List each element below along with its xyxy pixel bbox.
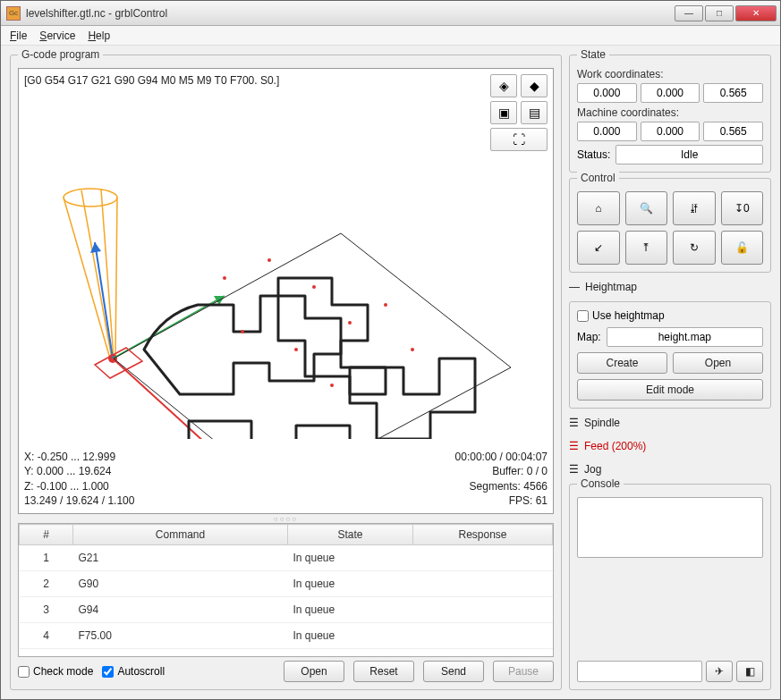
check-mode-checkbox[interactable]: Check mode <box>18 665 93 678</box>
svg-line-5 <box>95 242 113 358</box>
maximize-button[interactable]: □ <box>705 5 734 21</box>
unlock-icon: 🔓 <box>735 241 749 254</box>
heightmap-open-button[interactable]: Open <box>673 352 763 374</box>
z-probe-button[interactable]: 🔍 <box>625 191 668 225</box>
view-iso-solid-icon[interactable]: ◆ <box>521 74 548 97</box>
svg-point-17 <box>241 330 244 333</box>
control-group: Control ⌂ 🔍 ⭿ ↧0 ↙ ⤒ ↻ 🔓 <box>569 178 771 273</box>
toolpath-preview <box>28 99 529 439</box>
gcode-title: G-code program <box>18 48 103 61</box>
svg-point-20 <box>330 384 334 387</box>
heightmap-edit-button[interactable]: Edit mode <box>577 379 763 401</box>
machine-y: 0.000 <box>641 122 700 141</box>
svg-point-19 <box>411 348 414 351</box>
work-y: 0.000 <box>641 83 700 103</box>
splitter-handle[interactable]: ○○○○ <box>18 514 554 523</box>
zero-z-button[interactable]: ↧0 <box>721 191 764 225</box>
safe-z-button[interactable]: ⤒ <box>625 231 668 265</box>
console-group: Console ✈ ◧ <box>569 484 771 690</box>
gcode-viewport[interactable]: [G0 G54 G17 G21 G90 G94 M0 M5 M9 T0 F700… <box>18 68 554 514</box>
svg-point-14 <box>312 285 316 289</box>
console-input[interactable] <box>577 661 702 682</box>
app-window: Gc levelshifter.gtl.nc - grblControl — □… <box>0 0 781 700</box>
console-clear-button[interactable]: ◧ <box>736 661 763 682</box>
console-send-button[interactable]: ✈ <box>706 661 733 682</box>
control-title: Control <box>577 172 619 184</box>
table-row[interactable]: 4F75.00In queue <box>20 623 553 649</box>
menubar: File Service Help <box>1 26 780 46</box>
feed-toggle[interactable]: ☰ Feed (200%) <box>569 437 771 455</box>
machine-x: 0.000 <box>577 122 637 141</box>
menu-help[interactable]: Help <box>88 30 110 42</box>
send-button[interactable]: Send <box>423 661 484 682</box>
restore-origin-button[interactable]: ↙ <box>577 231 620 265</box>
zero-xy-icon: ⭿ <box>689 202 700 215</box>
zero-z-icon: ↧0 <box>734 202 750 215</box>
menu-service[interactable]: Service <box>39 30 75 42</box>
viewport-stats-right: 00:00:00 / 00:04:07 Buffer: 0 / 0 Segmen… <box>455 450 548 508</box>
reset-button[interactable]: Reset <box>353 661 414 682</box>
gcode-group: G-code program [G0 G54 G17 G21 G90 G94 M… <box>10 55 562 690</box>
pause-button[interactable]: Pause <box>493 661 554 682</box>
work-x: 0.000 <box>577 83 637 103</box>
col-response[interactable]: Response <box>413 525 553 545</box>
content-area: G-code program [G0 G54 G17 G21 G90 G94 M… <box>1 46 780 699</box>
magnifier-down-icon: 🔍 <box>640 202 653 215</box>
map-filename[interactable]: height.map <box>607 327 763 347</box>
titlebar[interactable]: Gc levelshifter.gtl.nc - grblControl — □… <box>1 1 780 26</box>
autoscroll-checkbox[interactable]: Autoscroll <box>102 665 165 678</box>
table-row[interactable]: 1G21In queue <box>20 545 553 571</box>
use-heightmap-checkbox[interactable]: Use heightmap <box>577 309 763 322</box>
right-column: State Work coordinates: 0.000 0.000 0.56… <box>569 55 771 690</box>
gcode-table[interactable]: # Command State Response 1G21In queue 2G… <box>18 523 554 657</box>
svg-point-12 <box>223 276 226 280</box>
svg-marker-11 <box>114 233 511 439</box>
svg-point-13 <box>267 258 271 262</box>
svg-point-15 <box>348 321 352 325</box>
map-label: Map: <box>577 331 601 343</box>
machine-coords-label: Machine coordinates: <box>577 106 763 119</box>
reset-grbl-button[interactable]: ↻ <box>673 231 716 265</box>
work-coords-label: Work coordinates: <box>577 68 763 80</box>
col-state[interactable]: State <box>288 525 413 545</box>
svg-line-2 <box>115 198 117 358</box>
home-button[interactable]: ⌂ <box>577 191 620 225</box>
window-title: levelshifter.gtl.nc - grblControl <box>26 7 675 20</box>
spindle-toggle[interactable]: ☰ Spindle <box>569 414 771 432</box>
svg-point-16 <box>294 348 298 351</box>
svg-point-0 <box>64 189 117 207</box>
svg-point-18 <box>384 303 387 307</box>
send-icon: ✈ <box>715 665 724 678</box>
menu-file[interactable]: File <box>10 30 27 42</box>
unlock-button[interactable]: 🔓 <box>721 231 764 265</box>
col-index[interactable]: # <box>20 525 73 545</box>
machine-z: 0.565 <box>703 122 763 141</box>
restore-origin-icon: ↙ <box>594 241 603 254</box>
col-command[interactable]: Command <box>73 525 288 545</box>
minimize-button[interactable]: — <box>675 5 703 21</box>
work-z: 0.565 <box>703 83 763 103</box>
viewport-stats-left: X: -0.250 ... 12.999 Y: 0.000 ... 19.624… <box>24 450 134 508</box>
heightmap-create-button[interactable]: Create <box>577 352 667 374</box>
heightmap-toggle[interactable]: — Heightmap <box>569 278 771 296</box>
view-iso-wire-icon[interactable]: ◈ <box>490 74 517 97</box>
console-output[interactable] <box>577 497 763 558</box>
left-column: G-code program [G0 G54 G17 G21 G90 G94 M… <box>10 55 562 690</box>
close-button[interactable]: ✕ <box>735 5 777 21</box>
home-icon: ⌂ <box>595 202 601 215</box>
open-button[interactable]: Open <box>284 661 344 682</box>
eraser-icon: ◧ <box>745 665 755 678</box>
refresh-icon: ↻ <box>690 241 699 254</box>
status-label: Status: <box>577 148 610 161</box>
gcode-header-line: [G0 G54 G17 G21 G90 G94 M0 M5 M9 T0 F700… <box>24 74 279 87</box>
console-title: Console <box>577 477 624 490</box>
zero-xy-button[interactable]: ⭿ <box>673 191 716 225</box>
safe-z-icon: ⤒ <box>641 241 650 254</box>
status-value: Idle <box>615 145 763 164</box>
heightmap-group: Use heightmap Map: height.map Create Ope… <box>569 301 771 409</box>
jog-toggle[interactable]: ☰ Jog <box>569 460 771 478</box>
app-icon: Gc <box>6 6 21 21</box>
table-row[interactable]: 2G90In queue <box>20 571 553 597</box>
state-title: State <box>577 48 609 61</box>
table-row[interactable]: 3G94In queue <box>20 597 553 623</box>
